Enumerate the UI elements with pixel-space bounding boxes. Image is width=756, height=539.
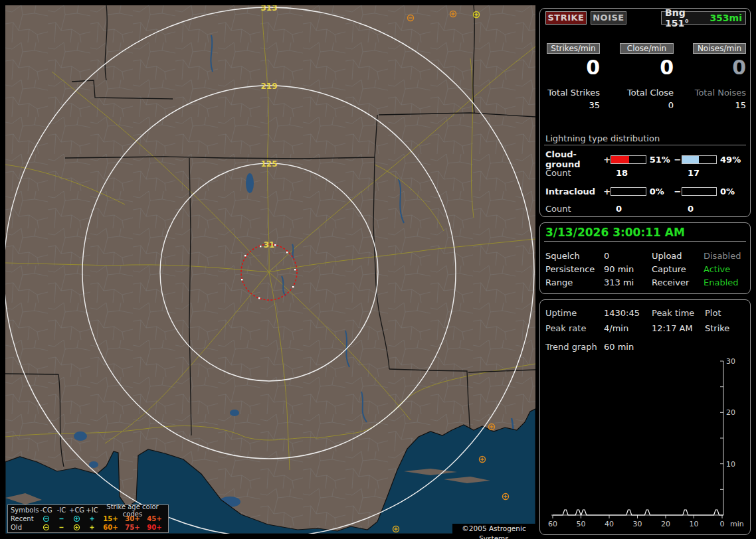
ic-minus-sign: − xyxy=(674,187,682,196)
ic-plus-sign: + xyxy=(603,187,611,196)
cg-positive-count: 18 xyxy=(616,168,628,178)
age-code-15: 15+ xyxy=(100,515,122,522)
age-code-45: 45+ xyxy=(143,515,165,522)
cg-count-label: Count xyxy=(545,168,571,178)
squelch-value: 0 xyxy=(604,251,652,261)
distribution-divider xyxy=(544,145,746,145)
recent-ic-plus-icon xyxy=(84,515,100,523)
total-close-value: 0 xyxy=(620,100,674,110)
total-close-label: Total Close xyxy=(620,88,674,98)
ring-label-219: 219 xyxy=(260,82,277,91)
trend-x-tick-label: 20 xyxy=(661,520,670,528)
ring-label-313: 313 xyxy=(260,5,277,13)
capture-state: Active xyxy=(704,264,750,274)
ic-negative-pct: 0% xyxy=(717,187,745,196)
squelch-label: Squelch xyxy=(545,251,604,261)
total-noises-value: 15 xyxy=(693,100,746,110)
upload-state: Disabled xyxy=(704,251,750,261)
distribution-title: Lightning type distribution xyxy=(545,133,660,143)
noise-mode-button[interactable]: NOISE xyxy=(591,11,626,25)
bearing-value: Bng 151° xyxy=(665,7,709,29)
strike-mode-button[interactable]: STRIKE xyxy=(545,11,587,25)
close-per-min-value: 0 xyxy=(620,58,674,78)
trend-x-tick-label: 40 xyxy=(605,520,614,528)
ic-count-label: Count xyxy=(545,204,571,214)
session-trend-panel: Uptime 1430:45 Peak time Plot Peak rate … xyxy=(539,299,751,535)
age-code-90: 90+ xyxy=(143,524,165,531)
capture-label: Capture xyxy=(652,264,704,274)
cg-positive-pct: 51% xyxy=(646,155,674,165)
old-cg-minus-icon xyxy=(39,524,54,532)
strike-dot xyxy=(241,279,242,280)
lightning-monitor-app: { "app": {"copyright": "©2005 Astrogenic… xyxy=(0,0,756,539)
strike-stats-panel: STRIKE NOISE Bng 151° 353mi Strikes/min … xyxy=(539,8,751,217)
trend-graph: 1020306050403020100min xyxy=(540,353,750,532)
legend-col-ncg: -CG xyxy=(39,506,54,514)
trend-x-unit: min xyxy=(730,520,744,528)
plot-mode-value: Strike xyxy=(705,323,751,333)
total-noises-label: Total Noises xyxy=(693,88,746,98)
legend-recent-label: Recent xyxy=(11,515,39,522)
trend-y-tick-label: 20 xyxy=(726,408,735,417)
legend-col-nic: -IC xyxy=(54,506,69,514)
range-label: Range xyxy=(545,277,604,287)
peak-time-value: 12:17 AM xyxy=(652,323,704,333)
receiver-status-panel: 3/13/2026 3:00:11 AM Squelch 0 Upload Di… xyxy=(539,222,751,294)
ring-label-31: 31 xyxy=(264,240,275,250)
recent-cg-plus-icon xyxy=(69,515,84,523)
cg-negative-pct: 49% xyxy=(717,155,745,165)
total-strikes-label: Total Strikes xyxy=(547,88,600,98)
strike-dot xyxy=(294,269,296,270)
cg-negative-bar xyxy=(682,155,717,164)
trend-x-tick-label: 0 xyxy=(720,520,725,528)
ic-positive-bar xyxy=(611,187,646,196)
datetime-divider xyxy=(544,241,746,242)
cg-negative-count: 17 xyxy=(688,168,700,178)
trend-x-tick-label: 10 xyxy=(690,520,699,528)
old-cg-plus-icon xyxy=(69,524,84,532)
trend-y-tick-label: 30 xyxy=(726,357,735,366)
strikes-per-min-chip[interactable]: Strikes/min xyxy=(547,43,600,54)
old-ic-minus-icon xyxy=(54,524,69,532)
cg-plus-sign: + xyxy=(603,155,611,165)
ic-positive-count: 0 xyxy=(616,204,622,214)
legend-old-row: Old 60+ 75+ 90+ xyxy=(11,523,165,532)
intracloud-label: Intracloud xyxy=(545,187,603,196)
receiver-label: Receiver xyxy=(652,277,704,287)
strike-dot xyxy=(244,255,246,256)
plot-header: Plot xyxy=(705,308,751,318)
strike-dot xyxy=(260,246,261,247)
peak-rate-value: 4/min xyxy=(604,323,652,333)
legend-header-row: Symbols -CG -IC +CG +IC Strike age color… xyxy=(11,506,165,514)
bearing-readout: Bng 151° 353mi xyxy=(661,11,746,25)
trend-window-value: 60 min xyxy=(604,342,652,352)
trend-x-tick-label: 50 xyxy=(577,520,586,528)
old-ic-plus-icon xyxy=(84,524,100,532)
copyright-notice: ©2005 Astrogenic Systems xyxy=(452,524,535,534)
strike-dot xyxy=(286,252,288,253)
uptime-label: Uptime xyxy=(545,308,604,318)
radar-map[interactable]: 31321912531 xyxy=(5,5,535,534)
close-per-min-chip[interactable]: Close/min xyxy=(620,43,674,54)
datetime-display: 3/13/2026 3:00:11 AM xyxy=(545,226,685,239)
noises-per-min-value: 0 xyxy=(693,58,746,78)
bearing-distance: 353mi xyxy=(709,13,742,23)
receiver-state: Enabled xyxy=(704,277,750,287)
cg-minus-sign: − xyxy=(674,155,682,165)
age-code-75: 75+ xyxy=(122,524,143,531)
legend-symbols-header: Symbols xyxy=(11,506,39,514)
strikes-per-min-value: 0 xyxy=(547,58,600,78)
trend-graph-label: Trend graph xyxy=(545,342,604,352)
symbol-legend: Symbols -CG -IC +CG +IC Strike age color… xyxy=(7,504,169,533)
persistence-value: 90 min xyxy=(604,264,652,274)
recent-cg-minus-icon xyxy=(39,515,54,523)
trend-x-tick-label: 30 xyxy=(633,520,642,528)
trend-series xyxy=(553,510,723,515)
trend-x-tick-label: 60 xyxy=(548,520,557,528)
upload-label: Upload xyxy=(652,251,704,261)
total-strikes-value: 35 xyxy=(547,100,600,110)
noises-per-min-chip[interactable]: Noises/min xyxy=(693,43,746,54)
legend-col-pic: +IC xyxy=(84,506,100,514)
cg-positive-bar xyxy=(611,155,646,164)
age-code-60: 60+ xyxy=(100,524,122,531)
